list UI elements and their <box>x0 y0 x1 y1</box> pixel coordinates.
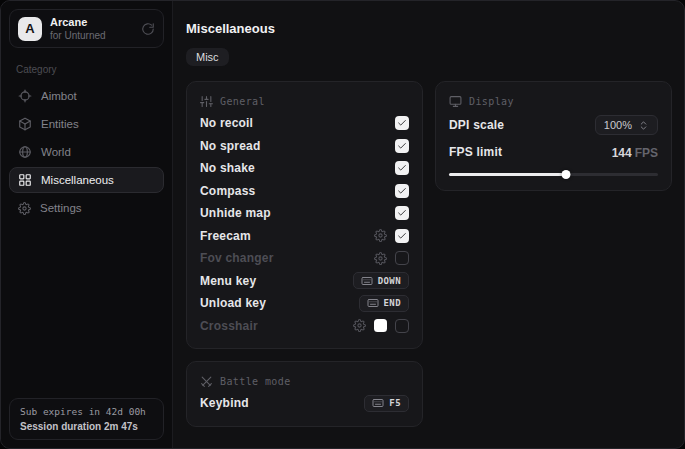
app-header: A Arcane for Unturned <box>9 9 164 48</box>
dpi-scale-select[interactable]: 100% <box>595 115 658 135</box>
session-duration-text: Session duration 2m 47s <box>20 421 153 432</box>
setting-label: No spread <box>200 139 260 153</box>
gear-icon[interactable] <box>374 229 387 242</box>
battle-mode-panel-title: Battle mode <box>220 376 291 387</box>
category-label: Category <box>16 64 164 75</box>
setting-controls <box>374 251 409 265</box>
setting-controls <box>395 184 409 198</box>
checkbox-checked[interactable] <box>395 161 409 175</box>
keybind-button[interactable]: END <box>359 295 409 312</box>
checkbox-checked[interactable] <box>395 206 409 220</box>
setting-row: Unload keyEND <box>200 292 409 315</box>
battle-mode-panel-header: Battle mode <box>200 375 409 388</box>
color-swatch[interactable] <box>374 319 387 332</box>
keybind-value: END <box>384 298 401 308</box>
check-icon <box>397 231 407 241</box>
setting-label: Menu key <box>200 274 256 288</box>
setting-controls: F5 <box>364 395 409 412</box>
updown-icon <box>638 120 649 131</box>
checkbox-unchecked[interactable] <box>395 319 409 333</box>
general-panel-title: General <box>220 96 265 107</box>
setting-controls: DOWN <box>353 272 409 289</box>
setting-row: Unhide map <box>200 202 409 225</box>
general-panel: General No recoilNo spreadNo shakeCompas… <box>186 81 423 349</box>
sync-icon[interactable] <box>141 22 155 36</box>
app-logo: A <box>18 17 42 41</box>
keyboard-icon <box>372 397 384 409</box>
sidebar-item-label: Entities <box>41 118 79 130</box>
setting-label: Unload key <box>200 296 266 310</box>
sliders-icon <box>200 95 213 108</box>
sidebar-item-label: Aimbot <box>41 90 77 102</box>
checkbox-checked[interactable] <box>395 184 409 198</box>
checkbox-checked[interactable] <box>395 116 409 130</box>
setting-controls <box>353 319 409 333</box>
setting-row: Compass <box>200 180 409 203</box>
setting-label: No recoil <box>200 116 253 130</box>
sidebar-item-world[interactable]: World <box>9 139 164 165</box>
sidebar-nav: AimbotEntitiesWorldMiscellaneousSettings <box>9 83 164 221</box>
entities-icon <box>18 117 32 131</box>
keybind-value: F5 <box>389 398 401 408</box>
checkbox-unchecked[interactable] <box>395 251 409 265</box>
setting-label: Keybind <box>200 396 249 410</box>
sidebar-item-settings[interactable]: Settings <box>9 195 164 221</box>
sidebar-item-label: Settings <box>40 202 82 214</box>
setting-row: No shake <box>200 157 409 180</box>
fps-limit-label: FPS limit <box>449 145 502 159</box>
fps-limit-value-group: 144FPS <box>612 143 658 161</box>
sub-expiry-text: Sub expires in 42d 00h <box>20 406 153 417</box>
tab-bar: Misc <box>186 48 672 66</box>
sidebar: A Arcane for Unturned Category AimbotEnt… <box>1 1 173 448</box>
setting-controls <box>374 229 409 243</box>
keybind-button[interactable]: F5 <box>364 395 409 412</box>
display-panel-title: Display <box>469 96 514 107</box>
dpi-scale-value: 100% <box>604 119 632 131</box>
check-icon <box>397 141 407 151</box>
fps-limit-slider[interactable] <box>449 169 658 179</box>
checkbox-checked[interactable] <box>395 229 409 243</box>
fps-slider-fill <box>449 173 566 176</box>
setting-row: KeybindF5 <box>200 392 409 415</box>
fps-limit-value: 144 <box>612 146 632 160</box>
check-icon <box>397 118 407 128</box>
tab-misc[interactable]: Misc <box>186 48 229 66</box>
fps-limit-unit: FPS <box>635 146 658 160</box>
setting-label: Fov changer <box>200 251 274 265</box>
setting-row: Fov changer <box>200 247 409 270</box>
display-panel: Display DPI scale 100% FPS limit 144FPS <box>435 81 672 191</box>
gear-icon[interactable] <box>353 319 366 332</box>
sidebar-item-entities[interactable]: Entities <box>9 111 164 137</box>
setting-row: Crosshair <box>200 315 409 338</box>
keybind-button[interactable]: DOWN <box>353 272 409 289</box>
keyboard-icon <box>361 275 373 287</box>
setting-row: No recoil <box>200 112 409 135</box>
setting-label: Compass <box>200 184 255 198</box>
sidebar-item-aimbot[interactable]: Aimbot <box>9 83 164 109</box>
checkbox-checked[interactable] <box>395 139 409 153</box>
check-icon <box>397 186 407 196</box>
setting-label: Crosshair <box>200 319 258 333</box>
main-content: Miscellaneous Misc General No recoilNo s… <box>173 1 685 448</box>
fps-limit-row: FPS limit 144FPS <box>449 143 658 161</box>
fps-slider-thumb[interactable] <box>562 170 571 179</box>
left-column: General No recoilNo spreadNo shakeCompas… <box>186 81 423 427</box>
dpi-scale-label: DPI scale <box>449 118 504 132</box>
check-icon <box>397 163 407 173</box>
setting-controls <box>395 206 409 220</box>
swords-icon <box>200 375 213 388</box>
sidebar-item-label: Miscellaneous <box>41 174 114 186</box>
app-subtitle: for Unturned <box>50 30 106 41</box>
sidebar-item-label: World <box>41 146 71 158</box>
battle-mode-panel: Battle mode KeybindF5 <box>186 361 423 427</box>
setting-controls: END <box>359 295 409 312</box>
crosshair-icon <box>18 89 32 103</box>
panel-columns: General No recoilNo spreadNo shakeCompas… <box>186 81 672 427</box>
app-meta: Arcane for Unturned <box>50 16 106 41</box>
setting-controls <box>395 139 409 153</box>
gear-icon[interactable] <box>374 252 387 265</box>
general-rows: No recoilNo spreadNo shakeCompassUnhide … <box>200 112 409 337</box>
gear-icon <box>18 202 31 215</box>
right-column: Display DPI scale 100% FPS limit 144FPS <box>435 81 672 191</box>
sidebar-item-miscellaneous[interactable]: Miscellaneous <box>9 167 164 193</box>
